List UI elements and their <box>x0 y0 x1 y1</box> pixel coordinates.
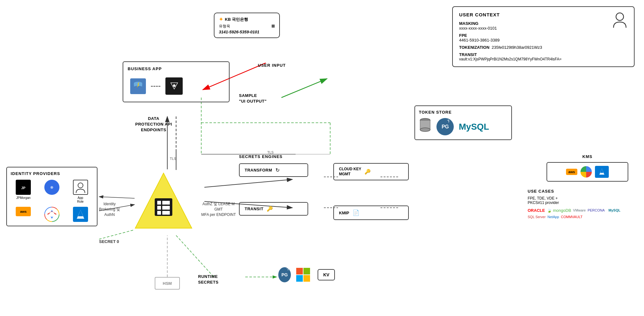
gcp-logo <box>44 207 59 222</box>
svg-point-27 <box>134 86 142 89</box>
key-icon: 🔑 <box>267 206 273 212</box>
tls-label-left: TLS <box>170 157 176 161</box>
identity-brokering-label: IdentityBrokering 및AuthN <box>99 201 120 217</box>
kv-label: KV <box>323 272 329 277</box>
identity-item-azure <box>68 207 93 222</box>
windows-logo <box>296 268 310 282</box>
user-context-box: USER CONTEXT MASKING xxxx-xxxx-xxxx-0101… <box>452 6 635 67</box>
fpe-value: 4461-5910-3861-3389 <box>459 38 628 42</box>
kb-star-icon: ✦ <box>219 16 223 22</box>
secrets-engines-title: SECRETS ENGINES <box>239 154 459 159</box>
tokenization-label: TOKENIZATION <box>459 45 489 50</box>
use-cases-logos: ORACLE 🍃 mongoDB VMware PERCONA MySQL SQ… <box>528 207 635 219</box>
key-mgmt-icon: 🔑 <box>364 169 371 175</box>
vmware-logo: VMware <box>573 208 586 212</box>
identity-item-gcp <box>39 207 65 222</box>
mysql-logo2: MySQL <box>608 208 620 212</box>
vault-triangle-svg <box>132 170 195 233</box>
business-app-box: BUSINESS APP <box>123 61 230 102</box>
gcp-kms-icon <box>580 166 592 178</box>
transform-engine-box: TRANSFORM ↻ <box>239 163 308 177</box>
svg-line-18 <box>281 79 327 98</box>
token-store-icons: PG MySQL <box>419 118 508 136</box>
identity-item-kubernetes: ⎈ <box>39 180 65 204</box>
jpmorgan-logo: JP <box>16 180 31 195</box>
kb-card-header: ✦ KB 국민은행 <box>219 16 275 22</box>
approle-logo <box>73 180 88 195</box>
netapp-logo: NetApp <box>547 215 559 219</box>
runtime-secrets-label: RUNTIMESECRETS <box>198 274 219 285</box>
dashed-connector <box>151 86 160 87</box>
kb-bank-name: KB 국민은행 <box>225 17 248 22</box>
token-store-box: TOKEN STORE PG MySQL <box>414 105 512 140</box>
kb-card-number: 3141-5926-5359-0101 <box>219 30 275 34</box>
db-cylinder-icon <box>419 118 431 136</box>
identity-item-approle: AppRole <box>68 180 93 204</box>
cloud-key-mgmt-section: CLOUD KEYMGMT 🔑 KMIP 📄 <box>333 163 409 220</box>
svg-rect-49 <box>162 201 166 205</box>
svg-rect-51 <box>157 206 161 210</box>
identity-item-aws: aws <box>11 207 36 222</box>
use-cases-section: USE CASES FPE, TDE, VDE +PKCS#11 provide… <box>528 189 635 219</box>
fpe-label: FPE <box>459 33 628 38</box>
svg-point-32 <box>420 128 430 132</box>
svg-line-13 <box>176 235 214 277</box>
runtime-secrets-logos: PG <box>277 266 310 283</box>
masking-label: MASKING <box>459 21 628 26</box>
svg-rect-56 <box>166 211 170 215</box>
transform-engine-label: TRANSFORM <box>245 168 272 172</box>
vault-app-icon <box>165 77 183 95</box>
svg-rect-48 <box>157 201 161 205</box>
user-input-label: USER INPUT <box>258 63 286 68</box>
tokenization-row: TOKENIZATION 235fe0129t9h38ar0921Wz3 <box>459 45 628 50</box>
aws-logo: aws <box>16 207 31 216</box>
transit-engine-box: TRANSIT 🔑 <box>239 202 308 216</box>
svg-rect-54 <box>157 211 161 215</box>
postgresql-icon: PG <box>436 118 454 135</box>
approle-label: AppRole <box>77 196 84 204</box>
svg-rect-39 <box>74 180 87 194</box>
k8s-logo: ⎈ <box>44 180 59 195</box>
azure-kms-icon <box>595 166 609 178</box>
sample-ui-output-label: SAMPLE"UI OUTPUT" <box>239 93 267 104</box>
svg-rect-53 <box>166 206 170 210</box>
percona-logo: PERCONA <box>588 208 605 212</box>
sqlserver-logo: SQL Server <box>528 215 546 219</box>
masking-value: xxxx-xxxx-xxxx-0101 <box>459 26 628 31</box>
kv-box: KV <box>318 269 335 280</box>
mongodb-logo: 🍃 mongoDB <box>547 208 571 213</box>
kb-card: ✦ KB 국민은행 유형욱 ▦ 3141-5926-5359-0101 <box>214 13 280 38</box>
user-icon <box>612 12 628 32</box>
transit-label: TRANSIT <box>459 52 628 57</box>
kms-title: KMS <box>547 154 628 159</box>
diagram-container: USER CONTEXT MASKING xxxx-xxxx-xxxx-0101… <box>0 0 644 316</box>
kb-card-chip-icon: ▦ <box>271 24 275 29</box>
use-cases-text: FPE, TDE, VDE +PKCS#11 provider <box>528 196 635 205</box>
svg-point-29 <box>173 84 175 87</box>
tokenization-value: 235fe0129t9h38ar0921Wz3 <box>492 45 542 50</box>
svg-rect-50 <box>166 201 170 205</box>
oracle-logo: ORACLE <box>528 208 545 213</box>
refresh-icon: ↻ <box>275 167 280 173</box>
identity-item-jpmorgan: JP JPMorgan <box>11 180 36 204</box>
secret0-label: SECRET 0 <box>99 239 119 244</box>
use-cases-title: USE CASES <box>528 189 635 194</box>
svg-point-42 <box>49 212 54 217</box>
cloud-key-label: CLOUD KEYMGMT <box>339 167 361 177</box>
identity-providers-box: IDENTITY PROVIDERS JP JPMorgan ⎈ <box>6 167 97 226</box>
kms-section: KMS aws <box>547 154 628 182</box>
svg-rect-52 <box>162 206 166 210</box>
svg-rect-55 <box>162 211 166 215</box>
svg-line-11 <box>99 197 135 198</box>
aws-kms-icon: aws <box>566 169 578 175</box>
commvault-logo: COMMVAULT <box>561 215 583 219</box>
doc-icon: 📄 <box>353 209 359 216</box>
kmip-label: KMIP <box>339 211 349 215</box>
token-store-title: TOKEN STORE <box>419 110 508 115</box>
azure-logo <box>73 207 88 222</box>
cloud-key-box: CLOUD KEYMGMT 🔑 <box>333 163 409 180</box>
hsm-box: HSM <box>155 277 180 290</box>
jpmorgan-label: JPMorgan <box>16 196 31 200</box>
transit-value: vault:v1:XjsPWPjqPrBi1N2Ms2s1QM798YyFWnO… <box>459 57 628 61</box>
identity-providers-grid: JP JPMorgan ⎈ <box>11 180 93 222</box>
